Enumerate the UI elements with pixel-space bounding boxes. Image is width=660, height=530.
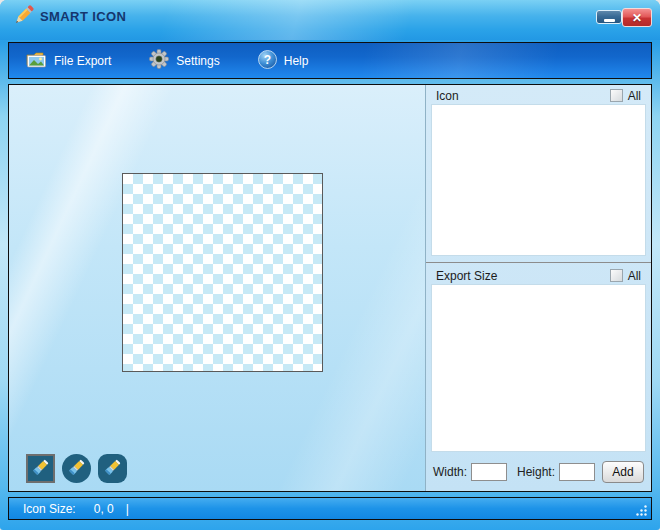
help-button[interactable]: ? Help: [254, 48, 313, 74]
brush-tool-button-2[interactable]: [62, 454, 91, 483]
export-size-list[interactable]: [431, 284, 646, 452]
width-input[interactable]: [471, 463, 507, 481]
icon-size-value: 0, 0: [94, 502, 114, 516]
image-icon: [26, 51, 47, 71]
question-icon: ?: [258, 50, 277, 72]
icon-list[interactable]: [431, 104, 646, 256]
brush-icon: [31, 458, 50, 480]
icon-size-label: Icon Size:: [23, 502, 76, 516]
file-export-label: File Export: [54, 54, 111, 68]
add-size-button[interactable]: Add: [602, 461, 644, 483]
close-icon: ✕: [632, 11, 642, 25]
brush-tool-button-3[interactable]: [98, 454, 127, 483]
export-all-toggle[interactable]: All: [610, 269, 641, 283]
settings-label: Settings: [176, 54, 219, 68]
icon-section-header: Icon All: [426, 85, 651, 104]
minimize-dash-icon: [604, 19, 615, 22]
section-divider: [426, 262, 651, 263]
brush-icon: [67, 458, 86, 480]
height-input[interactable]: [559, 463, 595, 481]
settings-button[interactable]: Settings: [145, 47, 223, 74]
close-button[interactable]: ✕: [622, 8, 652, 27]
resize-grip-icon[interactable]: [635, 504, 648, 517]
icon-canvas[interactable]: [122, 173, 323, 372]
status-caret: |: [126, 502, 129, 516]
brush-tool-button-1[interactable]: [26, 454, 55, 483]
main-area: Icon All Export Size All Width: Heigh: [8, 84, 652, 492]
export-section-title: Export Size: [436, 269, 497, 283]
icon-all-label: All: [628, 89, 641, 103]
icon-all-toggle[interactable]: All: [610, 89, 641, 103]
gear-icon: [149, 49, 169, 72]
app-window: SMART ICON ✕ File Export: [0, 0, 660, 530]
export-section-header: Export Size All: [426, 265, 651, 284]
tool-buttons: [26, 454, 127, 483]
minimize-button[interactable]: [596, 10, 622, 24]
icon-all-checkbox[interactable]: [610, 89, 623, 102]
height-label: Height:: [517, 465, 555, 479]
help-label: Help: [284, 54, 309, 68]
export-all-checkbox[interactable]: [610, 269, 623, 282]
svg-text:?: ?: [264, 53, 271, 67]
icon-section-title: Icon: [436, 89, 459, 103]
export-all-label: All: [628, 269, 641, 283]
window-title: SMART ICON: [40, 9, 126, 24]
right-panel: Icon All Export Size All Width: Heigh: [425, 85, 651, 491]
titlebar[interactable]: SMART ICON ✕: [0, 0, 660, 40]
pencil-icon: [11, 2, 37, 32]
status-bar: Icon Size: 0, 0 |: [8, 497, 652, 520]
toolbar: File Export Settings: [8, 42, 652, 79]
brush-icon: [103, 458, 122, 480]
width-label: Width:: [433, 465, 467, 479]
file-export-button[interactable]: File Export: [22, 49, 115, 73]
size-form: Width: Height: Add: [426, 452, 651, 491]
